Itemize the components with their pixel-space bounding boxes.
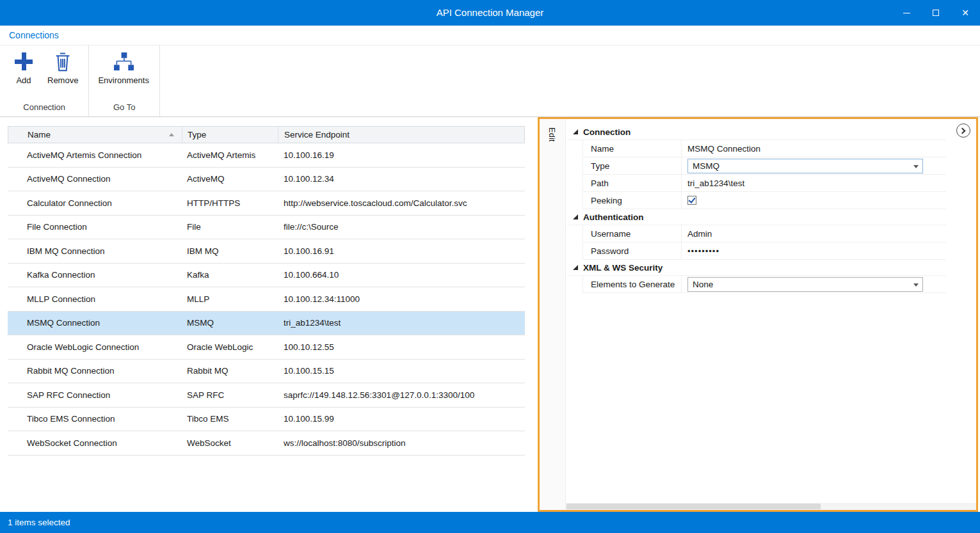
property-row-elements-to-generate: Elements to Generate None bbox=[583, 276, 946, 293]
table-row-selected[interactable]: MSMQ Connection MSMQ tri_ab1234\test bbox=[8, 312, 525, 336]
table-row[interactable]: ActiveMQ Connection ActiveMQ 10.100.12.3… bbox=[8, 168, 525, 192]
table-row[interactable]: Calculator Connection HTTP/HTTPS http://… bbox=[8, 191, 525, 216]
cell-name: Calculator Connection bbox=[8, 198, 182, 208]
column-header-type[interactable]: Type bbox=[182, 127, 278, 143]
peeking-field-cell bbox=[681, 192, 946, 209]
table-row[interactable]: File Connection File file://c:\Source bbox=[8, 216, 525, 240]
cell-name: Kafka Connection bbox=[8, 270, 182, 280]
expander-icon bbox=[573, 265, 578, 270]
trash-icon bbox=[54, 50, 72, 73]
username-field[interactable]: Admin bbox=[681, 225, 946, 242]
expander-icon bbox=[573, 214, 578, 219]
cell-name: SAP RFC Connection bbox=[8, 390, 182, 400]
chevron-right-icon bbox=[960, 127, 966, 134]
cell-type: SAP RFC bbox=[182, 390, 278, 400]
remove-button[interactable]: Remove bbox=[47, 50, 78, 85]
cell-endpoint: 10.100.12.34 bbox=[278, 174, 525, 184]
cell-type: WebSocket bbox=[182, 438, 278, 448]
table-row[interactable]: Kafka Connection Kafka 10.100.664.10 bbox=[8, 264, 525, 288]
table-row[interactable]: SAP RFC Connection SAP RFC saprfc://149.… bbox=[8, 383, 525, 408]
path-field[interactable]: tri_ab1234\test bbox=[681, 175, 946, 191]
cell-type: MLLP bbox=[182, 294, 278, 304]
group-header-xml-ws-security[interactable]: XML & WS Security bbox=[567, 260, 946, 276]
type-dropdown[interactable]: MSMQ bbox=[687, 159, 923, 173]
environments-button[interactable]: Environments bbox=[98, 50, 149, 85]
property-label: Path bbox=[583, 179, 681, 188]
table-row[interactable]: Rabbit MQ Connection Rabbit MQ 10.100.15… bbox=[8, 360, 525, 384]
property-row-peeking: Peeking bbox=[583, 192, 946, 209]
edit-panel-strip-label: Edit bbox=[547, 119, 557, 141]
titlebar: API Connection Manager ✕ bbox=[0, 0, 980, 26]
cell-type: Kafka bbox=[182, 270, 278, 280]
cell-endpoint: 10.100.664.10 bbox=[278, 270, 525, 280]
window-title: API Connection Manager bbox=[0, 0, 980, 26]
environments-icon bbox=[113, 50, 134, 73]
window-controls: ✕ bbox=[892, 0, 980, 26]
property-label: Username bbox=[583, 229, 681, 239]
ribbon-group-goto: Environments Go To bbox=[89, 45, 159, 116]
group-header-authentication[interactable]: Authentication bbox=[567, 209, 946, 225]
cell-type: HTTP/HTTPS bbox=[182, 198, 278, 208]
horizontal-scrollbar[interactable] bbox=[566, 503, 976, 510]
cell-endpoint: 10.100.15.99 bbox=[278, 414, 525, 424]
elements-field-cell: None bbox=[681, 276, 946, 292]
property-label: Password bbox=[583, 246, 681, 256]
add-button-label: Add bbox=[16, 76, 31, 85]
minimize-button[interactable] bbox=[892, 0, 921, 26]
cell-endpoint: 10.100.16.19 bbox=[278, 150, 525, 160]
property-row-type: Type MSMQ bbox=[583, 157, 946, 175]
add-icon bbox=[14, 50, 33, 73]
property-row-name: Name MSMQ Connection bbox=[583, 140, 946, 157]
cell-name: IBM MQ Connection bbox=[8, 246, 182, 256]
group-rows-xml-ws-security: Elements to Generate None bbox=[582, 276, 946, 293]
property-label: Type bbox=[583, 161, 681, 171]
close-icon: ✕ bbox=[961, 8, 969, 18]
type-dropdown-value: MSMQ bbox=[693, 159, 719, 173]
close-button[interactable]: ✕ bbox=[951, 0, 980, 26]
table-row[interactable]: ActiveMQ Artemis Connection ActiveMQ Art… bbox=[8, 143, 525, 168]
cell-endpoint: tri_ab1234\test bbox=[278, 318, 525, 328]
expander-icon bbox=[573, 129, 578, 134]
table-row[interactable]: IBM MQ Connection IBM MQ 10.100.16.91 bbox=[8, 239, 525, 264]
cell-type: File bbox=[182, 222, 278, 232]
table-row[interactable]: WebSocket Connection WebSocket ws://loca… bbox=[8, 431, 525, 456]
statusbar: 1 items selected bbox=[0, 512, 980, 533]
cell-endpoint: ws://localhost:8080/subscription bbox=[278, 438, 525, 448]
name-field[interactable]: MSMQ Connection bbox=[681, 140, 946, 157]
peeking-checkbox[interactable] bbox=[687, 196, 696, 205]
group-header-connection[interactable]: Connection bbox=[567, 124, 946, 140]
cell-name: ActiveMQ Artemis Connection bbox=[8, 150, 182, 160]
column-header-endpoint[interactable]: Service Endpoint bbox=[278, 127, 524, 143]
group-title: XML & WS Security bbox=[583, 263, 663, 273]
cell-name: Rabbit MQ Connection bbox=[8, 366, 182, 376]
cell-type: IBM MQ bbox=[182, 246, 278, 256]
cell-type: MSMQ bbox=[182, 318, 278, 328]
group-rows-authentication: Username Admin Password ••••••••• bbox=[582, 225, 946, 260]
cell-type: Rabbit MQ bbox=[182, 366, 278, 376]
property-label: Peeking bbox=[583, 196, 681, 205]
add-button[interactable]: Add bbox=[9, 50, 38, 85]
ribbon-group-label-goto: Go To bbox=[89, 100, 159, 116]
scrollbar-thumb[interactable] bbox=[566, 504, 821, 509]
cell-endpoint: saprfc://149.148.12.56:3301@127.0.0.1:33… bbox=[278, 390, 525, 400]
maximize-button[interactable] bbox=[921, 0, 951, 26]
cell-type: Tibco EMS bbox=[182, 414, 278, 424]
tab-connections[interactable]: Connections bbox=[9, 30, 59, 40]
elements-to-generate-dropdown[interactable]: None bbox=[687, 277, 923, 292]
cell-endpoint: 100.10.12.55 bbox=[278, 342, 525, 352]
column-header-name[interactable]: Name bbox=[8, 127, 182, 143]
cell-type: Oracle WebLogic bbox=[182, 342, 278, 352]
table-row[interactable]: Tibco EMS Connection Tibco EMS 10.100.15… bbox=[8, 408, 525, 432]
property-grid: Connection Name MSMQ Connection Type MSM… bbox=[566, 119, 976, 510]
elements-dropdown-value: None bbox=[693, 278, 713, 291]
cell-endpoint: 10.100.16.91 bbox=[278, 246, 525, 256]
cell-name: Oracle WebLogic Connection bbox=[8, 342, 182, 352]
table-row[interactable]: MLLP Connection MLLP 10.100.12.34:11000 bbox=[8, 287, 525, 312]
collapse-panel-button[interactable] bbox=[956, 123, 970, 138]
cell-endpoint: http://webservice.toscacloud.com/Calcula… bbox=[278, 198, 525, 208]
password-field[interactable]: ••••••••• bbox=[681, 243, 946, 259]
cell-name: File Connection bbox=[8, 222, 182, 232]
group-rows-connection: Name MSMQ Connection Type MSMQ Path tri_… bbox=[582, 140, 946, 209]
table-row[interactable]: Oracle WebLogic Connection Oracle WebLog… bbox=[8, 335, 525, 360]
sort-ascending-icon bbox=[169, 133, 174, 136]
